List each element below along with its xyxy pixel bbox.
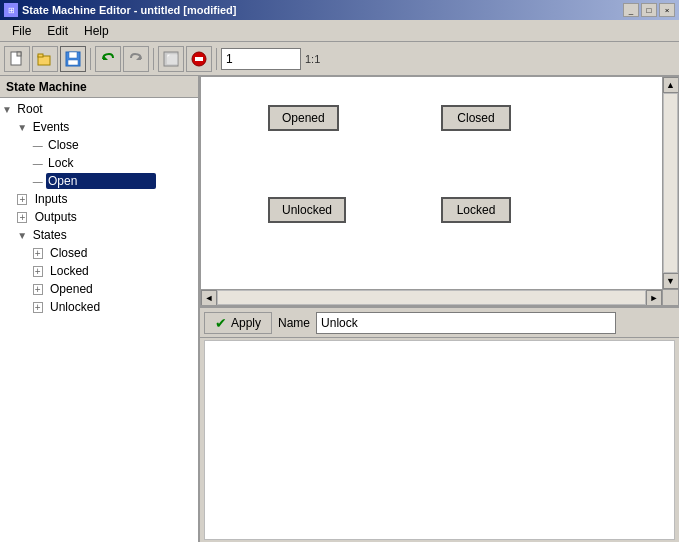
tree-node-state-locked[interactable]: + Locked — [2, 262, 196, 280]
tree-node-root[interactable]: ▼ Root — [2, 100, 196, 118]
redo-button[interactable] — [123, 46, 149, 72]
state-unlocked[interactable]: Unlocked — [268, 197, 346, 223]
svg-rect-5 — [69, 52, 77, 58]
scroll-track-h[interactable] — [217, 290, 646, 305]
stop-button[interactable] — [186, 46, 212, 72]
scroll-right-button[interactable]: ► — [646, 290, 662, 306]
main-content: State Machine ▼ Root ▼ Events — Close — [0, 76, 679, 542]
bottom-content — [204, 340, 675, 540]
scroll-track-v[interactable] — [663, 93, 678, 273]
title-bar: ⊞ State Machine Editor - untitled [modif… — [0, 0, 679, 20]
window-title: State Machine Editor - untitled [modifie… — [22, 4, 237, 16]
expand-state-opened[interactable]: + — [33, 284, 43, 295]
expand-inputs[interactable]: + — [17, 194, 27, 205]
menu-file[interactable]: File — [4, 22, 39, 40]
menu-bar: File Edit Help — [0, 20, 679, 42]
state-closed[interactable]: Closed — [441, 105, 511, 131]
svg-rect-3 — [38, 54, 43, 57]
apply-button[interactable]: ✔ Apply — [204, 312, 272, 334]
number-input[interactable] — [221, 48, 301, 70]
dash-open: — — [33, 176, 43, 187]
check-icon: ✔ — [215, 315, 227, 331]
tree-body: ▼ Root ▼ Events — Close — Lock — [0, 98, 198, 542]
zoom-label: 1:1 — [305, 53, 320, 65]
minimize-button[interactable]: _ — [623, 3, 639, 17]
open-button[interactable] — [32, 46, 58, 72]
maximize-button[interactable]: □ — [641, 3, 657, 17]
left-panel: State Machine ▼ Root ▼ Events — Close — [0, 76, 200, 542]
expand-events: ▼ — [17, 122, 27, 133]
scroll-down-button[interactable]: ▼ — [663, 273, 679, 289]
tree-label-state-closed[interactable]: Closed — [48, 245, 89, 261]
svg-rect-1 — [17, 52, 21, 56]
export-button[interactable]: ⬜ — [158, 46, 184, 72]
state-opened-label: Opened — [282, 111, 325, 125]
state-opened[interactable]: Opened — [268, 105, 339, 131]
canvas-container: Opened Closed Unlocked Locked ▲ ▼ — [200, 76, 679, 306]
tree-node-state-closed[interactable]: + Closed — [2, 244, 196, 262]
dash-lock: — — [33, 158, 43, 169]
name-input[interactable] — [316, 312, 616, 334]
tree-label-lock[interactable]: Lock — [46, 155, 75, 171]
svg-rect-12 — [195, 57, 203, 61]
tree-node-state-opened[interactable]: + Opened — [2, 280, 196, 298]
right-panel: Opened Closed Unlocked Locked ▲ ▼ — [200, 76, 679, 542]
tree-node-inputs[interactable]: + Inputs — [2, 190, 196, 208]
menu-edit[interactable]: Edit — [39, 22, 76, 40]
tree-label-states[interactable]: States — [31, 227, 69, 243]
tree-node-events[interactable]: ▼ Events — [2, 118, 196, 136]
tree-label-outputs[interactable]: Outputs — [33, 209, 79, 225]
expand-state-unlocked[interactable]: + — [33, 302, 43, 313]
apply-label: Apply — [231, 316, 261, 330]
close-button[interactable]: × — [659, 3, 675, 17]
state-unlocked-label: Unlocked — [282, 203, 332, 217]
tree-header: State Machine — [0, 76, 198, 98]
expand-outputs[interactable]: + — [17, 212, 27, 223]
vertical-scrollbar[interactable]: ▲ ▼ — [662, 77, 678, 289]
app-icon: ⊞ — [4, 3, 18, 17]
scroll-left-button[interactable]: ◄ — [201, 290, 217, 306]
svg-rect-6 — [68, 60, 78, 65]
scroll-corner — [662, 289, 678, 305]
scroll-up-button[interactable]: ▲ — [663, 77, 679, 93]
tree-label-root[interactable]: Root — [15, 101, 44, 117]
toolbar-separator-2 — [153, 48, 154, 70]
tree-label-open[interactable]: Open — [46, 173, 156, 189]
tree-node-state-unlocked[interactable]: + Unlocked — [2, 298, 196, 316]
expand-state-closed[interactable]: + — [33, 248, 43, 259]
toolbar: ⬜ 1:1 — [0, 42, 679, 76]
tree-label-close[interactable]: Close — [46, 137, 81, 153]
tree-header-label: State Machine — [6, 80, 87, 94]
toolbar-separator-1 — [90, 48, 91, 70]
tree-label-state-unlocked[interactable]: Unlocked — [48, 299, 102, 315]
expand-state-locked[interactable]: + — [33, 266, 43, 277]
bottom-toolbar: ✔ Apply Name — [200, 308, 679, 338]
tree-label-state-locked[interactable]: Locked — [48, 263, 91, 279]
canvas[interactable]: Opened Closed Unlocked Locked ▲ ▼ — [200, 76, 679, 306]
save-button[interactable] — [60, 46, 86, 72]
state-closed-label: Closed — [457, 111, 494, 125]
dash-close: — — [33, 140, 43, 151]
tree-label-events[interactable]: Events — [31, 119, 72, 135]
expand-states: ▼ — [17, 230, 27, 241]
expand-root: ▼ — [2, 104, 12, 115]
tree-node-states[interactable]: ▼ States — [2, 226, 196, 244]
tree-node-outputs[interactable]: + Outputs — [2, 208, 196, 226]
tree-label-inputs[interactable]: Inputs — [33, 191, 70, 207]
toolbar-separator-3 — [216, 48, 217, 70]
tree-node-lock[interactable]: — Lock — [2, 154, 196, 172]
bottom-panel: ✔ Apply Name — [200, 306, 679, 542]
horizontal-scrollbar[interactable]: ◄ ► — [201, 289, 662, 305]
menu-help[interactable]: Help — [76, 22, 117, 40]
state-locked-label: Locked — [457, 203, 496, 217]
tree-label-state-opened[interactable]: Opened — [48, 281, 95, 297]
svg-text:⬜: ⬜ — [166, 53, 179, 66]
tree-node-close[interactable]: — Close — [2, 136, 196, 154]
new-button[interactable] — [4, 46, 30, 72]
tree-node-open[interactable]: — Open — [2, 172, 196, 190]
undo-button[interactable] — [95, 46, 121, 72]
state-locked[interactable]: Locked — [441, 197, 511, 223]
name-label: Name — [278, 316, 310, 330]
